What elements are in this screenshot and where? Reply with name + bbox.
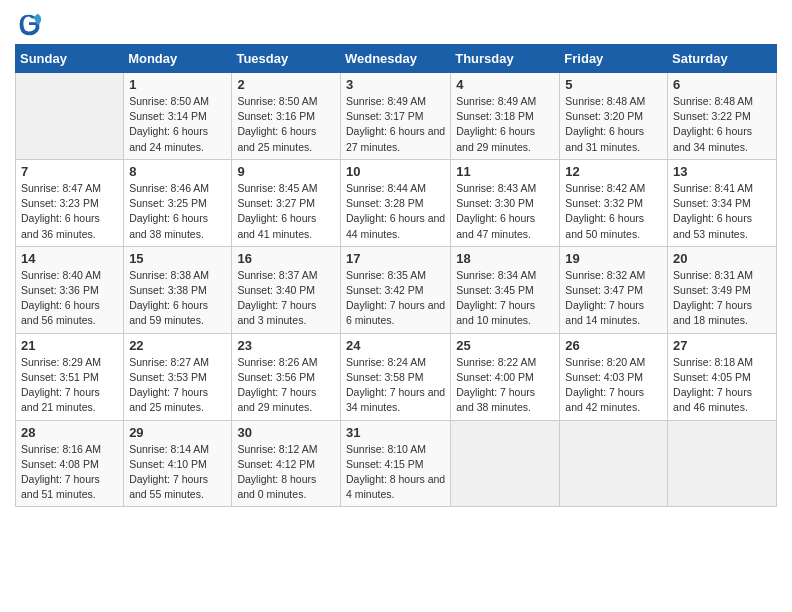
- day-detail: Sunrise: 8:14 AM Sunset: 4:10 PM Dayligh…: [129, 442, 226, 503]
- header: [15, 10, 777, 38]
- day-number: 17: [346, 251, 445, 266]
- week-row-0: 1Sunrise: 8:50 AM Sunset: 3:14 PM Daylig…: [16, 73, 777, 160]
- calendar-cell: 17Sunrise: 8:35 AM Sunset: 3:42 PM Dayli…: [340, 246, 450, 333]
- day-number: 4: [456, 77, 554, 92]
- day-number: 26: [565, 338, 662, 353]
- day-detail: Sunrise: 8:49 AM Sunset: 3:18 PM Dayligh…: [456, 94, 554, 155]
- day-number: 10: [346, 164, 445, 179]
- day-number: 18: [456, 251, 554, 266]
- day-number: 8: [129, 164, 226, 179]
- day-number: 16: [237, 251, 335, 266]
- day-detail: Sunrise: 8:34 AM Sunset: 3:45 PM Dayligh…: [456, 268, 554, 329]
- day-detail: Sunrise: 8:31 AM Sunset: 3:49 PM Dayligh…: [673, 268, 771, 329]
- day-detail: Sunrise: 8:22 AM Sunset: 4:00 PM Dayligh…: [456, 355, 554, 416]
- day-number: 5: [565, 77, 662, 92]
- calendar-cell: 30Sunrise: 8:12 AM Sunset: 4:12 PM Dayli…: [232, 420, 341, 507]
- weekday-header-wednesday: Wednesday: [340, 45, 450, 73]
- day-number: 20: [673, 251, 771, 266]
- calendar-cell: 1Sunrise: 8:50 AM Sunset: 3:14 PM Daylig…: [124, 73, 232, 160]
- calendar-cell: 10Sunrise: 8:44 AM Sunset: 3:28 PM Dayli…: [340, 159, 450, 246]
- day-number: 14: [21, 251, 118, 266]
- calendar-cell: 28Sunrise: 8:16 AM Sunset: 4:08 PM Dayli…: [16, 420, 124, 507]
- calendar-cell: 22Sunrise: 8:27 AM Sunset: 3:53 PM Dayli…: [124, 333, 232, 420]
- calendar-cell: 13Sunrise: 8:41 AM Sunset: 3:34 PM Dayli…: [668, 159, 777, 246]
- day-detail: Sunrise: 8:44 AM Sunset: 3:28 PM Dayligh…: [346, 181, 445, 242]
- calendar-cell: [16, 73, 124, 160]
- day-detail: Sunrise: 8:37 AM Sunset: 3:40 PM Dayligh…: [237, 268, 335, 329]
- day-detail: Sunrise: 8:38 AM Sunset: 3:38 PM Dayligh…: [129, 268, 226, 329]
- calendar-cell: 25Sunrise: 8:22 AM Sunset: 4:00 PM Dayli…: [451, 333, 560, 420]
- calendar-cell: 18Sunrise: 8:34 AM Sunset: 3:45 PM Dayli…: [451, 246, 560, 333]
- calendar-cell: 11Sunrise: 8:43 AM Sunset: 3:30 PM Dayli…: [451, 159, 560, 246]
- day-detail: Sunrise: 8:29 AM Sunset: 3:51 PM Dayligh…: [21, 355, 118, 416]
- day-number: 11: [456, 164, 554, 179]
- day-number: 9: [237, 164, 335, 179]
- day-detail: Sunrise: 8:18 AM Sunset: 4:05 PM Dayligh…: [673, 355, 771, 416]
- calendar-cell: 8Sunrise: 8:46 AM Sunset: 3:25 PM Daylig…: [124, 159, 232, 246]
- weekday-header-tuesday: Tuesday: [232, 45, 341, 73]
- day-number: 21: [21, 338, 118, 353]
- week-row-1: 7Sunrise: 8:47 AM Sunset: 3:23 PM Daylig…: [16, 159, 777, 246]
- day-detail: Sunrise: 8:50 AM Sunset: 3:16 PM Dayligh…: [237, 94, 335, 155]
- calendar-cell: [451, 420, 560, 507]
- day-detail: Sunrise: 8:27 AM Sunset: 3:53 PM Dayligh…: [129, 355, 226, 416]
- day-detail: Sunrise: 8:41 AM Sunset: 3:34 PM Dayligh…: [673, 181, 771, 242]
- day-detail: Sunrise: 8:20 AM Sunset: 4:03 PM Dayligh…: [565, 355, 662, 416]
- day-number: 31: [346, 425, 445, 440]
- calendar-cell: 31Sunrise: 8:10 AM Sunset: 4:15 PM Dayli…: [340, 420, 450, 507]
- day-number: 29: [129, 425, 226, 440]
- calendar-cell: 4Sunrise: 8:49 AM Sunset: 3:18 PM Daylig…: [451, 73, 560, 160]
- day-detail: Sunrise: 8:47 AM Sunset: 3:23 PM Dayligh…: [21, 181, 118, 242]
- calendar-cell: 12Sunrise: 8:42 AM Sunset: 3:32 PM Dayli…: [560, 159, 668, 246]
- calendar-cell: 29Sunrise: 8:14 AM Sunset: 4:10 PM Dayli…: [124, 420, 232, 507]
- day-number: 24: [346, 338, 445, 353]
- day-number: 19: [565, 251, 662, 266]
- calendar-cell: 15Sunrise: 8:38 AM Sunset: 3:38 PM Dayli…: [124, 246, 232, 333]
- day-detail: Sunrise: 8:10 AM Sunset: 4:15 PM Dayligh…: [346, 442, 445, 503]
- calendar-cell: 7Sunrise: 8:47 AM Sunset: 3:23 PM Daylig…: [16, 159, 124, 246]
- calendar-cell: 26Sunrise: 8:20 AM Sunset: 4:03 PM Dayli…: [560, 333, 668, 420]
- day-number: 22: [129, 338, 226, 353]
- week-row-2: 14Sunrise: 8:40 AM Sunset: 3:36 PM Dayli…: [16, 246, 777, 333]
- calendar-cell: 2Sunrise: 8:50 AM Sunset: 3:16 PM Daylig…: [232, 73, 341, 160]
- day-number: 27: [673, 338, 771, 353]
- day-number: 13: [673, 164, 771, 179]
- weekday-header-saturday: Saturday: [668, 45, 777, 73]
- week-row-3: 21Sunrise: 8:29 AM Sunset: 3:51 PM Dayli…: [16, 333, 777, 420]
- day-number: 3: [346, 77, 445, 92]
- calendar-cell: 19Sunrise: 8:32 AM Sunset: 3:47 PM Dayli…: [560, 246, 668, 333]
- day-detail: Sunrise: 8:35 AM Sunset: 3:42 PM Dayligh…: [346, 268, 445, 329]
- day-number: 28: [21, 425, 118, 440]
- calendar-cell: [560, 420, 668, 507]
- calendar-cell: 27Sunrise: 8:18 AM Sunset: 4:05 PM Dayli…: [668, 333, 777, 420]
- day-detail: Sunrise: 8:45 AM Sunset: 3:27 PM Dayligh…: [237, 181, 335, 242]
- weekday-header-sunday: Sunday: [16, 45, 124, 73]
- calendar-cell: 6Sunrise: 8:48 AM Sunset: 3:22 PM Daylig…: [668, 73, 777, 160]
- day-detail: Sunrise: 8:50 AM Sunset: 3:14 PM Dayligh…: [129, 94, 226, 155]
- day-number: 12: [565, 164, 662, 179]
- day-number: 2: [237, 77, 335, 92]
- day-number: 1: [129, 77, 226, 92]
- calendar-cell: [668, 420, 777, 507]
- day-number: 25: [456, 338, 554, 353]
- calendar-cell: 5Sunrise: 8:48 AM Sunset: 3:20 PM Daylig…: [560, 73, 668, 160]
- day-number: 7: [21, 164, 118, 179]
- logo-icon: [15, 10, 43, 38]
- day-number: 30: [237, 425, 335, 440]
- day-detail: Sunrise: 8:48 AM Sunset: 3:20 PM Dayligh…: [565, 94, 662, 155]
- calendar-cell: 16Sunrise: 8:37 AM Sunset: 3:40 PM Dayli…: [232, 246, 341, 333]
- week-row-4: 28Sunrise: 8:16 AM Sunset: 4:08 PM Dayli…: [16, 420, 777, 507]
- day-detail: Sunrise: 8:48 AM Sunset: 3:22 PM Dayligh…: [673, 94, 771, 155]
- day-detail: Sunrise: 8:40 AM Sunset: 3:36 PM Dayligh…: [21, 268, 118, 329]
- weekday-header-thursday: Thursday: [451, 45, 560, 73]
- day-number: 15: [129, 251, 226, 266]
- calendar-cell: 20Sunrise: 8:31 AM Sunset: 3:49 PM Dayli…: [668, 246, 777, 333]
- day-detail: Sunrise: 8:32 AM Sunset: 3:47 PM Dayligh…: [565, 268, 662, 329]
- day-detail: Sunrise: 8:42 AM Sunset: 3:32 PM Dayligh…: [565, 181, 662, 242]
- day-detail: Sunrise: 8:46 AM Sunset: 3:25 PM Dayligh…: [129, 181, 226, 242]
- calendar-cell: 23Sunrise: 8:26 AM Sunset: 3:56 PM Dayli…: [232, 333, 341, 420]
- calendar-cell: 24Sunrise: 8:24 AM Sunset: 3:58 PM Dayli…: [340, 333, 450, 420]
- day-detail: Sunrise: 8:49 AM Sunset: 3:17 PM Dayligh…: [346, 94, 445, 155]
- day-detail: Sunrise: 8:26 AM Sunset: 3:56 PM Dayligh…: [237, 355, 335, 416]
- calendar-cell: 21Sunrise: 8:29 AM Sunset: 3:51 PM Dayli…: [16, 333, 124, 420]
